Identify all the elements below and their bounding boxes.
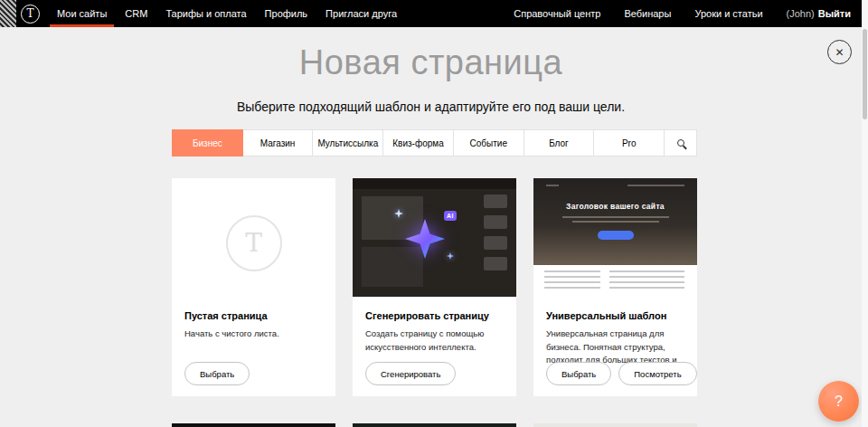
generate-button[interactable]: Сгенерировать [365, 362, 456, 385]
universal-template-preview[interactable]: Заголовок вашего сайта [533, 178, 697, 297]
ai-sparkle-icon [404, 218, 446, 260]
small-sparkle-icon [394, 209, 403, 218]
tab-blog[interactable]: Блог [524, 129, 595, 157]
preview-panel-item [484, 257, 507, 270]
user-name: (John) [775, 8, 815, 19]
template-cards-row: T Пустая страница Начать с чистого листа… [172, 178, 697, 396]
preview-mini-nav [546, 185, 684, 186]
card-title: Сгенерировать страницу [365, 310, 504, 321]
nav-crm[interactable]: CRM [116, 0, 156, 27]
logout-link[interactable]: Выйти [815, 8, 853, 19]
scrollbar-track [862, 0, 868, 427]
preview-panel-item [484, 195, 507, 208]
topbar-nav-left: Мои сайты CRM Тарифы и оплата Профиль Пр… [48, 0, 406, 27]
preview-text-column [544, 270, 600, 291]
tilda-logo-icon[interactable]: T [21, 5, 40, 24]
template-card-ai: AI Сгенерировать страницу Создать страни… [353, 178, 516, 396]
template-card-universal: Заголовок вашего сайта Универсальный шаб… [533, 178, 697, 396]
nav-invite-friend[interactable]: Пригласи друга [316, 0, 406, 27]
tab-pro[interactable]: Pro [593, 129, 665, 157]
choose-universal-button[interactable]: Выбрать [546, 362, 611, 385]
tab-business[interactable]: Бизнес [172, 129, 243, 157]
tab-search[interactable] [664, 129, 697, 157]
topbar: T Мои сайты CRM Тарифы и оплата Профиль … [0, 0, 862, 27]
preview-text-column [609, 270, 684, 291]
card-actions: Выбрать Посмотреть [546, 362, 697, 385]
nav-my-sites[interactable]: Мои сайты [48, 0, 116, 27]
nav-lessons[interactable]: Уроки и статьи [683, 8, 774, 19]
preview-hero-section: Заголовок вашего сайта [533, 178, 697, 265]
tab-quiz-form[interactable]: Квиз-форма [382, 129, 454, 157]
template-card[interactable] [533, 423, 697, 427]
card-title: Пустая страница [184, 310, 323, 321]
card-actions: Сгенерировать [365, 362, 456, 385]
help-button[interactable]: ? [818, 381, 859, 422]
page-subtitle: Выберите подходящий шаблон и адаптируйте… [0, 100, 862, 114]
topbar-nav-right: Справочный центр Вебинары Уроки и статьи… [502, 8, 853, 19]
view-universal-button[interactable]: Посмотреть [618, 362, 696, 385]
blank-template-preview[interactable]: T [172, 178, 335, 297]
template-category-tabs: Бизнес Магазин Мультиссылка Квиз-форма С… [172, 129, 697, 157]
page-title: Новая страница [0, 43, 862, 82]
template-cards-row-partial [172, 423, 697, 427]
preview-text-section [533, 265, 697, 297]
ai-template-preview[interactable]: AI [353, 178, 516, 297]
watermark-letter: T [245, 228, 262, 258]
preview-text-line [572, 221, 659, 223]
tab-event[interactable]: Событие [453, 129, 524, 157]
tilda-watermark-icon: T [226, 215, 282, 271]
template-card[interactable] [172, 423, 335, 427]
card-description: Создать страницу с помощью искусственног… [365, 327, 504, 354]
card-title: Универсальный шаблон [546, 310, 684, 321]
tab-shop[interactable]: Магазин [242, 129, 314, 157]
preview-panel-item [484, 215, 507, 229]
scrollbar-thumb[interactable] [863, 29, 867, 119]
preview-heading: Заголовок вашего сайта [533, 202, 697, 211]
preview-cta-button [598, 231, 634, 240]
question-mark-icon: ? [835, 394, 843, 410]
nav-tariffs[interactable]: Тарифы и оплата [156, 0, 255, 27]
logo-letter: T [26, 7, 33, 20]
search-icon [677, 139, 684, 147]
preview-panel-item [484, 236, 507, 250]
preview-text-line [562, 216, 669, 218]
ai-badge: AI [444, 211, 457, 221]
small-sparkle-icon [447, 252, 454, 260]
nav-webinars[interactable]: Вебинары [612, 8, 683, 19]
texture-pattern [0, 0, 16, 27]
template-card-blank: T Пустая страница Начать с чистого листа… [172, 178, 335, 396]
tab-multilink[interactable]: Мультиссылка [312, 129, 383, 157]
card-description: Начать с чистого листа. [184, 327, 323, 341]
template-card[interactable] [353, 423, 516, 427]
card-actions: Выбрать [184, 362, 250, 385]
choose-blank-button[interactable]: Выбрать [184, 362, 250, 385]
nav-help-center[interactable]: Справочный центр [502, 8, 612, 19]
preview-header-strip [353, 178, 516, 189]
nav-profile[interactable]: Профиль [256, 0, 317, 27]
new-page-screen: T Мои сайты CRM Тарифы и оплата Профиль … [0, 0, 868, 427]
